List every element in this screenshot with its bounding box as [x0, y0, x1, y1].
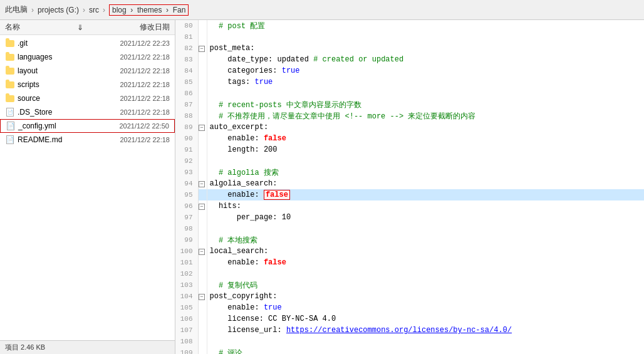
file-item-source[interactable]: source 2021/12/2 22:18 [0, 91, 175, 105]
line-expand-89[interactable]: − [198, 122, 207, 133]
line-code-81 [207, 31, 644, 43]
code-panel[interactable]: 80 # post 配置 81 82 − post_meta: [175, 20, 644, 354]
code-line-82: 82 − post_meta: [175, 43, 644, 54]
breadcrumb-part-2[interactable]: src [89, 6, 99, 14]
line-code-94: algolia_search: [207, 178, 644, 189]
line-num-100: 100 [175, 246, 198, 257]
line-code-103: # 复制代码 [207, 279, 644, 291]
line-expand-98 [198, 223, 207, 234]
code-line-87: 87 # recent-posts 中文章内容显示的字数 [175, 99, 644, 110]
file-item-readme[interactable]: 📄 README.md 2021/12/2 22:18 [0, 133, 175, 147]
code-line-80: 80 # post 配置 [175, 20, 644, 31]
file-item-git[interactable]: .git 2021/12/2 22:23 [0, 36, 175, 50]
line-expand-80 [198, 20, 207, 31]
collapse-100[interactable]: − [199, 249, 205, 255]
line-expand-86 [198, 88, 207, 99]
line-code-91: length: 200 [207, 144, 644, 155]
line-num-91: 91 [175, 144, 198, 155]
file-item-scripts[interactable]: scripts 2021/12/2 22:18 [0, 78, 175, 91]
line-code-88: # 不推荐使用，请尽量在文章中使用 <!-- more --> 来定位要截断的内… [207, 110, 644, 122]
collapse-89[interactable]: − [199, 125, 205, 131]
line-code-102 [207, 268, 644, 279]
code-line-109: 109 # 评论 [175, 347, 644, 354]
line-expand-81 [198, 31, 207, 43]
file-item-languages[interactable]: languages 2021/12/2 22:18 [0, 50, 175, 64]
main-area: 名称 ⇓ 修改日期 .git 2021/12/2 22:23 languages… [0, 20, 644, 354]
file-name-scripts: scripts [18, 80, 120, 89]
line-num-90: 90 [175, 133, 198, 144]
breadcrumb-bar: 此电脑 › projects (G:) › src › blog › theme… [0, 0, 644, 20]
code-line-98: 98 [175, 223, 644, 234]
file-item-layout[interactable]: layout 2021/12/2 22:18 [0, 64, 175, 78]
code-line-90: 90 enable: false [175, 133, 644, 144]
breadcrumb-highlight[interactable]: blog › themes › Fan [109, 4, 189, 16]
line-code-99: # 本地搜索 [207, 234, 644, 246]
code-line-103: 103 # 复制代码 [175, 279, 644, 291]
file-icon-readme: 📄 [5, 135, 15, 144]
code-line-107: 107 license_url: https://creativecommons… [175, 325, 644, 336]
line-expand-109 [198, 347, 207, 354]
code-line-106: 106 license: CC BY-NC-SA 4.0 [175, 313, 644, 325]
line-num-105: 105 [175, 302, 198, 313]
code-line-100: 100 − local_search: [175, 246, 644, 257]
breadcrumb-sep-1: › [83, 6, 85, 14]
line-expand-105 [198, 302, 207, 313]
code-line-85: 85 tags: true [175, 76, 644, 88]
line-num-97: 97 [175, 212, 198, 223]
line-num-101: 101 [175, 257, 198, 268]
line-expand-90 [198, 133, 207, 144]
line-num-103: 103 [175, 279, 198, 291]
line-num-86: 86 [175, 88, 198, 99]
file-date-ds-store: 2021/12/2 22:18 [120, 108, 170, 116]
line-expand-106 [198, 313, 207, 325]
line-code-87: # recent-posts 中文章内容显示的字数 [207, 99, 644, 110]
file-item-ds-store[interactable]: 📄 .DS_Store 2021/12/2 22:18 [0, 105, 175, 119]
sort-icon[interactable]: ⇓ [77, 23, 83, 32]
line-num-102: 102 [175, 268, 198, 279]
line-num-95: 95 [175, 189, 198, 200]
line-expand-102 [198, 268, 207, 279]
file-name-ds-store: .DS_Store [18, 108, 120, 117]
line-expand-103 [198, 279, 207, 291]
file-item-config[interactable]: 📄 _config.yml 2021/12/2 22:50 [0, 119, 175, 133]
breadcrumb-part-0[interactable]: 此电脑 [5, 4, 28, 15]
line-code-106: license: CC BY-NC-SA 4.0 [207, 313, 644, 325]
line-code-89: auto_excerpt: [207, 122, 644, 133]
file-icon-config: 📄 [6, 122, 16, 130]
collapse-104[interactable]: − [199, 294, 205, 300]
code-line-94: 94 − algolia_search: [175, 178, 644, 189]
line-code-93: # algolia 搜索 [207, 167, 644, 178]
line-num-87: 87 [175, 99, 198, 110]
line-expand-108 [198, 336, 207, 347]
code-line-97: 97 per_page: 10 [175, 212, 644, 223]
line-num-109: 109 [175, 347, 198, 354]
code-line-108: 108 [175, 336, 644, 347]
code-line-102: 102 [175, 268, 644, 279]
file-name-readme: README.md [18, 135, 120, 144]
file-date-git: 2021/12/2 22:23 [120, 39, 170, 47]
line-expand-82[interactable]: − [198, 43, 207, 54]
line-expand-88 [198, 110, 207, 122]
line-code-83: date_type: updated # created or updated [207, 54, 644, 65]
code-line-95: 95 enable: false [175, 189, 644, 200]
line-expand-96[interactable]: − [198, 200, 207, 212]
line-code-90: enable: false [207, 133, 644, 144]
file-date-layout: 2021/12/2 22:18 [120, 67, 170, 75]
line-code-85: tags: true [207, 76, 644, 88]
line-expand-104[interactable]: − [198, 291, 207, 302]
line-num-98: 98 [175, 223, 198, 234]
collapse-82[interactable]: − [199, 46, 205, 52]
line-expand-94[interactable]: − [198, 178, 207, 189]
line-num-84: 84 [175, 65, 198, 76]
line-code-98 [207, 223, 644, 234]
line-expand-100[interactable]: − [198, 246, 207, 257]
line-num-99: 99 [175, 234, 198, 246]
line-expand-93 [198, 167, 207, 178]
collapse-94[interactable]: − [199, 181, 205, 187]
line-expand-85 [198, 76, 207, 88]
collapse-96[interactable]: − [199, 204, 205, 210]
breadcrumb-part-1[interactable]: projects (G:) [38, 6, 79, 14]
file-name-source: source [18, 94, 120, 103]
license-url[interactable]: https://creativecommons.org/licenses/by-… [286, 326, 512, 335]
breadcrumb-sep-0: › [31, 6, 34, 14]
